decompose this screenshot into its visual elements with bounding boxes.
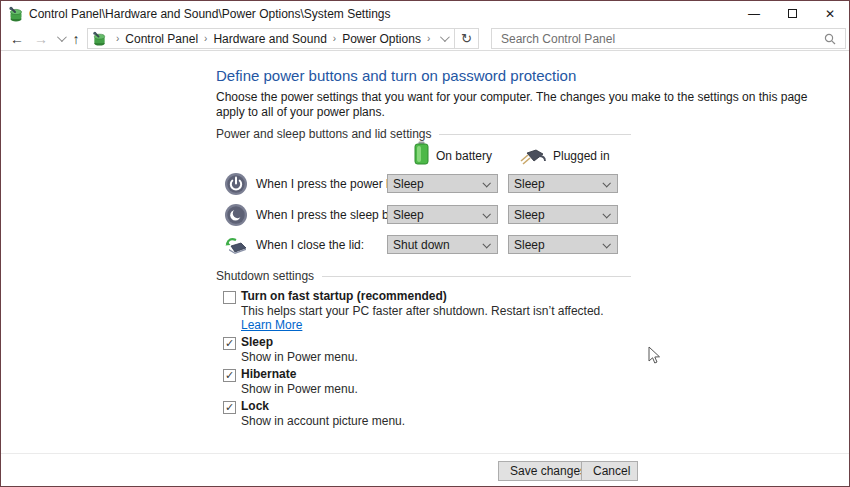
- search-icon: [824, 33, 836, 45]
- close-lid-row-label: When I close the lid:: [256, 238, 364, 252]
- battery-icon: [414, 141, 429, 165]
- back-icon: ←: [10, 31, 24, 47]
- power-settings-table: On battery Plugged in: [216, 141, 636, 262]
- close-lid-plugged-in-select[interactable]: Sleep: [508, 235, 618, 254]
- fast-startup-item: Turn on fast startup (recommended) This …: [216, 288, 636, 334]
- breadcrumb: › Control Panel › Hardware and Sound › P…: [88, 31, 432, 46]
- close-button[interactable]: ✕: [811, 1, 849, 26]
- chevron-down-icon: [482, 240, 490, 248]
- lock-item: Lock Show in account picture menu.: [216, 398, 636, 430]
- on-battery-column-header: On battery: [414, 141, 492, 165]
- sleep-item: Sleep Show in Power menu.: [216, 334, 636, 366]
- fast-startup-label[interactable]: Turn on fast startup (recommended): [241, 290, 636, 303]
- chevron-down-icon: [482, 210, 490, 218]
- page-description: Choose the power settings that you want …: [216, 90, 838, 120]
- breadcrumb-separator: ›: [110, 33, 125, 44]
- power-options-icon: [8, 6, 24, 22]
- lid-icon: [224, 233, 248, 257]
- close-lid-on-battery-select[interactable]: Shut down: [387, 235, 498, 254]
- forward-button[interactable]: →: [29, 26, 53, 51]
- navigation-bar: ← → ↑ › Control Panel › Hardware and Sou…: [1, 26, 849, 51]
- group-label: Power and sleep buttons and lid settings: [216, 127, 431, 141]
- close-lid-row: When I close the lid: Shut down Sleep: [216, 233, 631, 257]
- caption-buttons: — ✕: [735, 1, 849, 26]
- lock-label[interactable]: Lock: [241, 400, 636, 413]
- refresh-icon: ↻: [461, 31, 472, 46]
- sleep-button-icon: [224, 203, 248, 227]
- power-button-plugged-in-select[interactable]: Sleep: [508, 174, 618, 193]
- group-divider: [322, 276, 631, 277]
- hibernate-label[interactable]: Hibernate: [241, 368, 636, 381]
- content-area: Define power buttons and turn on passwor…: [1, 52, 849, 486]
- breadcrumb-separator: ›: [327, 33, 342, 44]
- search-box: [491, 28, 846, 49]
- cancel-button[interactable]: Cancel: [581, 461, 638, 481]
- minimize-icon: —: [748, 7, 760, 21]
- power-button-row: When I press the power button: Sleep Sle…: [216, 172, 631, 196]
- forward-icon: →: [34, 31, 48, 47]
- footer-bar: Save changes Cancel: [1, 453, 849, 486]
- sleep-button-row: When I press the sleep button: Sleep Sle…: [216, 203, 631, 227]
- chevron-down-icon: [602, 240, 610, 248]
- on-battery-label: On battery: [436, 149, 492, 165]
- breadcrumb-control-panel[interactable]: Control Panel: [125, 32, 198, 46]
- fast-startup-checkbox[interactable]: [223, 291, 236, 304]
- sleep-label[interactable]: Sleep: [241, 336, 636, 349]
- window-title: Control Panel\Hardware and Sound\Power O…: [29, 7, 391, 21]
- hibernate-checkbox[interactable]: [223, 369, 236, 382]
- breadcrumb-power-options[interactable]: Power Options: [342, 32, 421, 46]
- search-input[interactable]: [492, 32, 824, 46]
- group-label: Shutdown settings: [216, 269, 314, 283]
- control-panel-window: Control Panel\Hardware and Sound\Power O…: [0, 0, 850, 487]
- plug-icon: [519, 149, 546, 165]
- minimize-button[interactable]: —: [735, 1, 773, 26]
- sleep-button-on-battery-select[interactable]: Sleep: [387, 205, 498, 224]
- back-button[interactable]: ←: [5, 26, 29, 51]
- shutdown-settings-group-header: Shutdown settings: [216, 269, 631, 283]
- plugged-in-column-header: Plugged in: [519, 149, 610, 165]
- maximize-button[interactable]: [773, 1, 811, 26]
- chevron-down-icon: [602, 179, 610, 187]
- hibernate-item: Hibernate Show in Power menu.: [216, 366, 636, 398]
- chevron-down-icon: [482, 179, 490, 187]
- power-settings-group-header: Power and sleep buttons and lid settings: [216, 127, 631, 141]
- title-bar: Control Panel\Hardware and Sound\Power O…: [1, 1, 849, 26]
- power-button-on-battery-select[interactable]: Sleep: [387, 174, 498, 193]
- close-icon: ✕: [825, 7, 835, 21]
- learn-more-link[interactable]: Learn More: [241, 318, 302, 332]
- sleep-description: Show in Power menu.: [241, 350, 636, 364]
- lock-description: Show in account picture menu.: [241, 414, 636, 428]
- chevron-down-icon: [439, 32, 449, 42]
- sleep-checkbox[interactable]: [223, 337, 236, 350]
- chevron-down-icon: [602, 210, 610, 218]
- shutdown-settings-list: Turn on fast startup (recommended) This …: [216, 288, 636, 430]
- breadcrumb-separator: ›: [198, 33, 213, 44]
- power-options-icon: [92, 31, 107, 46]
- address-bar[interactable]: › Control Panel › Hardware and Sound › P…: [87, 28, 479, 49]
- power-button-icon: [224, 172, 248, 196]
- breadcrumb-hardware-and-sound[interactable]: Hardware and Sound: [213, 32, 326, 46]
- plugged-in-label: Plugged in: [553, 149, 610, 165]
- page-title: Define power buttons and turn on passwor…: [216, 67, 636, 84]
- group-divider: [439, 134, 631, 135]
- breadcrumb-separator: ›: [421, 33, 432, 44]
- hibernate-description: Show in Power menu.: [241, 382, 636, 396]
- sleep-button-plugged-in-select[interactable]: Sleep: [508, 205, 618, 224]
- lock-checkbox[interactable]: [223, 401, 236, 414]
- refresh-button[interactable]: ↻: [454, 29, 478, 48]
- up-icon: ↑: [73, 31, 80, 47]
- address-dropdown-button[interactable]: [432, 29, 454, 48]
- up-button[interactable]: ↑: [65, 26, 87, 51]
- maximize-icon: [788, 9, 797, 18]
- fast-startup-description: This helps start your PC faster after sh…: [241, 304, 636, 332]
